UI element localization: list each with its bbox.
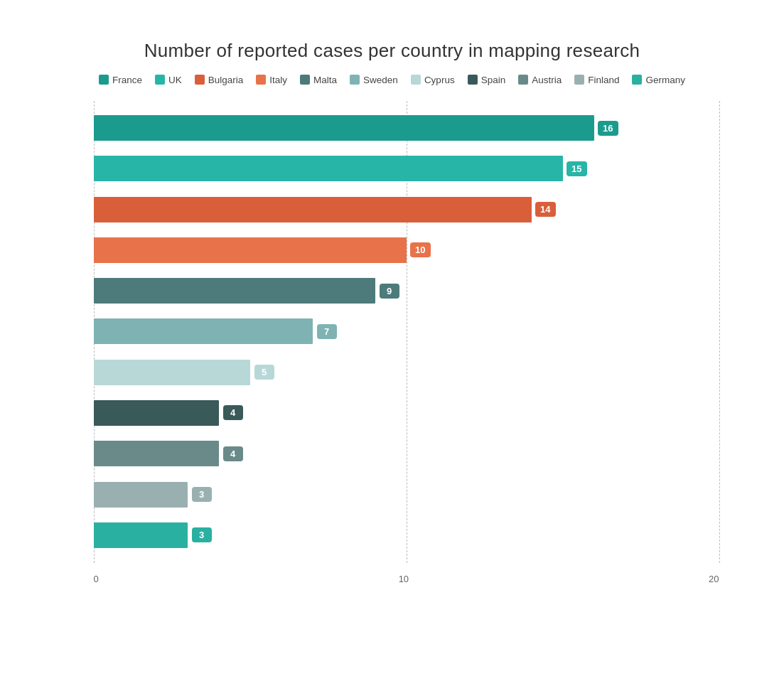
bar-row: 5: [94, 358, 719, 387]
bar-value-label: 10: [410, 242, 430, 257]
legend-label: Malta: [313, 75, 337, 85]
legend-color: [574, 75, 584, 85]
legend-item: Italy: [256, 75, 287, 85]
bar: 4: [94, 400, 219, 426]
bar-row: 14: [94, 195, 719, 225]
bar: 15: [94, 156, 563, 181]
bar: 10: [94, 237, 407, 263]
bar: 3: [94, 522, 188, 548]
legend-label: Austria: [532, 75, 562, 85]
bar-row: 3: [94, 480, 719, 510]
x-axis-tick: 20: [709, 574, 719, 584]
legend-label: Cyprus: [424, 75, 455, 85]
legend-color: [195, 75, 205, 85]
legend-color: [468, 75, 478, 85]
legend-item: Spain: [468, 75, 506, 85]
legend-item: UK: [155, 75, 182, 85]
legend-label: Germany: [645, 75, 685, 85]
bars-area: 161514109754433: [94, 101, 719, 563]
bar-value-label: 14: [535, 202, 555, 217]
legend-color: [518, 75, 528, 85]
x-axis-tick: 10: [399, 574, 409, 584]
legend-label: Sweden: [363, 75, 398, 85]
bar-value-label: 9: [380, 284, 399, 299]
x-axis: 01020: [94, 574, 719, 584]
bar: 16: [94, 115, 594, 141]
legend-label: Italy: [269, 75, 287, 85]
legend-color: [411, 75, 421, 85]
chart-container: Number of reported cases per country in …: [23, 18, 762, 658]
chart-area: 161514109754433 01020: [51, 101, 734, 584]
bar-value-label: 4: [223, 446, 243, 461]
legend: FranceUKBulgariaItalyMaltaSwedenCyprusSp…: [51, 75, 734, 85]
legend-color: [256, 75, 266, 85]
bar: 7: [94, 318, 313, 344]
bar-row: 4: [94, 398, 719, 428]
x-axis-tick: 0: [94, 574, 99, 584]
bar: 5: [94, 360, 250, 385]
bar-value-label: 5: [254, 365, 274, 380]
legend-item: Germany: [632, 75, 685, 85]
legend-color: [350, 75, 360, 85]
legend-label: UK: [168, 75, 182, 85]
bar-row: 10: [94, 235, 719, 265]
legend-label: France: [112, 75, 142, 85]
legend-item: Sweden: [350, 75, 398, 85]
bar-row: 16: [94, 113, 719, 143]
legend-color: [300, 75, 310, 85]
bar-value-label: 3: [192, 527, 212, 542]
bar-value-label: 16: [598, 121, 618, 136]
bar-row: 7: [94, 316, 719, 346]
grid-line: [719, 101, 720, 563]
legend-item: Austria: [518, 75, 562, 85]
bar: 4: [94, 441, 219, 466]
bar: 3: [94, 482, 188, 508]
legend-label: Bulgaria: [208, 75, 244, 85]
legend-label: Finland: [588, 75, 619, 85]
bar-value-label: 4: [223, 405, 243, 420]
legend-color: [632, 75, 642, 85]
bar-value-label: 3: [192, 487, 212, 502]
bar-row: 15: [94, 154, 719, 183]
bar-row: 4: [94, 439, 719, 468]
legend-item: Bulgaria: [195, 75, 244, 85]
bar-value-label: 15: [566, 161, 586, 176]
legend-item: France: [99, 75, 142, 85]
bar-row: 9: [94, 276, 719, 306]
bar: 14: [94, 197, 532, 222]
bar: 9: [94, 278, 375, 304]
bar-value-label: 7: [317, 324, 337, 339]
legend-label: Spain: [481, 75, 506, 85]
legend-item: Cyprus: [411, 75, 455, 85]
legend-color: [155, 75, 165, 85]
chart-title: Number of reported cases per country in …: [51, 40, 734, 62]
legend-color: [99, 75, 109, 85]
legend-item: Malta: [300, 75, 337, 85]
bar-row: 3: [94, 520, 719, 550]
legend-item: Finland: [574, 75, 619, 85]
